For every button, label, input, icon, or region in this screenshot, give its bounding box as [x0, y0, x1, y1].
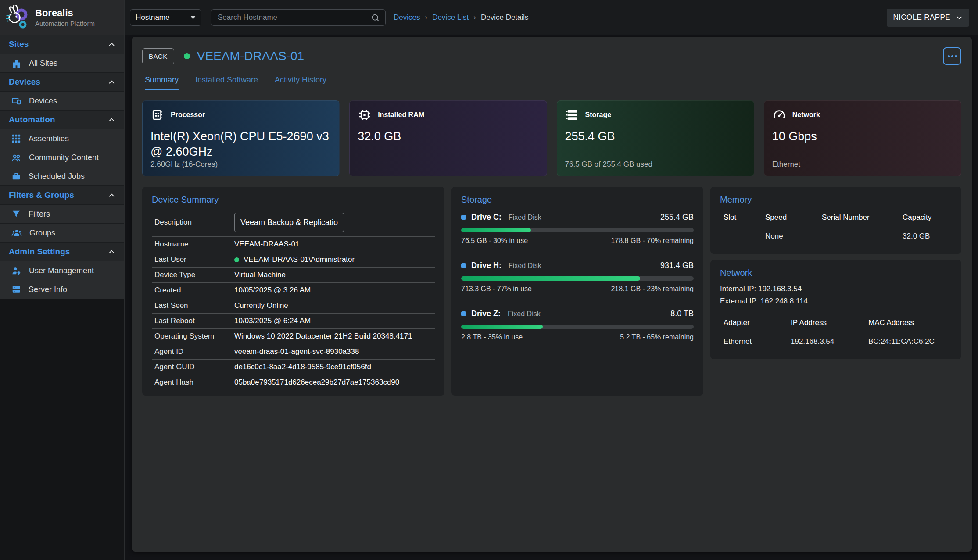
drive-name: Drive C:: [471, 213, 502, 222]
panel-title: Memory: [720, 195, 952, 205]
drive-row-h: Drive H: Fixed Disk 931.4 GB 713.3 GB - …: [461, 253, 694, 293]
summary-row-agent-id: Agent ID veeam-draas-01-agent-svc-8930a3…: [152, 344, 435, 360]
sidebar-item-filters[interactable]: Filters: [0, 205, 124, 224]
nav-section-label: Sites: [9, 39, 29, 49]
network-header-ip: IP Address: [787, 318, 865, 327]
panel-title: Storage: [461, 195, 694, 205]
nav-section-label: Automation: [9, 115, 55, 125]
drive-used: 76.5 GB - 30% in use: [461, 237, 528, 245]
back-button[interactable]: BACK: [142, 48, 174, 64]
chevron-up-icon: [108, 192, 115, 199]
stat-card-value: 10 Gbps: [772, 129, 953, 144]
breadcrumb-device-list[interactable]: Device List: [432, 13, 469, 22]
sidebar-item-label: Filters: [29, 210, 50, 219]
memory-serial: [818, 232, 899, 241]
memory-slot: [720, 232, 762, 241]
logo-subtitle: Automation Platform: [35, 20, 95, 27]
breadcrumb-devices[interactable]: Devices: [394, 13, 420, 22]
sidebar-item-label: Scheduled Jobs: [29, 172, 85, 181]
stat-card-installed-ram: Installed RAM 32.0 GB: [349, 100, 547, 176]
summary-label: Description: [154, 218, 234, 227]
summary-row-device-type: Device Type Virtual Machine: [152, 268, 435, 283]
summary-row-operating-system: Operating System Windows 10 2022 Datacen…: [152, 329, 435, 344]
nav-section-admin-settings[interactable]: Admin Settings: [0, 243, 124, 261]
summary-row-agent-guid: Agent GUID de16c0c1-8aa2-4d18-9585-9ce91…: [152, 360, 435, 375]
summary-label: Last Seen: [154, 301, 234, 310]
building-icon: [11, 58, 21, 68]
sidebar-item-scheduled-jobs[interactable]: Scheduled Jobs: [0, 167, 124, 186]
device-details-card: BACK VEEAM-DRAAS-01 Summary Installed So…: [132, 37, 972, 552]
sidebar-item-label: Community Content: [29, 153, 99, 162]
memory-table-header: Slot Speed Serial Number Capacity: [720, 208, 952, 227]
tab-activity-history[interactable]: Activity History: [275, 75, 326, 90]
sidebar-item-devices[interactable]: Devices: [0, 92, 124, 111]
stat-card-value: 32.0 GB: [358, 129, 538, 144]
logo: Borealis Automation Platform: [0, 0, 124, 35]
drive-bullet-icon: [461, 263, 466, 268]
chevron-up-icon: [108, 116, 115, 124]
stat-card-row: Processor Intel(R) Xeon(R) CPU E5-2690 v…: [142, 100, 961, 176]
sidebar-item-label: Groups: [29, 228, 55, 238]
memory-speed: None: [762, 232, 818, 241]
sidebar-item-groups[interactable]: Groups: [0, 224, 124, 243]
summary-row-last-user: Last User VEEAM-DRAAS-01\Administrator: [152, 252, 435, 268]
borealis-rabbit-logo-icon: [5, 5, 31, 30]
drive-type: Fixed Disk: [509, 262, 541, 270]
summary-label: Created: [154, 286, 234, 295]
stat-card-network: Network 10 Gbps Ethernet: [764, 100, 961, 176]
drive-used: 2.8 TB - 35% in use: [461, 333, 523, 341]
description-input[interactable]: [234, 213, 344, 232]
sidebar-item-label: User Management: [29, 266, 94, 275]
sidebar-item-label: All Sites: [29, 59, 57, 68]
sidebar-nav: Sites All Sites Devices Devices Automati…: [0, 35, 124, 299]
search-icon: [371, 13, 380, 22]
caret-down-icon: [190, 16, 196, 19]
search-box[interactable]: [211, 9, 386, 26]
topbar: Hostname Devices › Device List › Device …: [125, 0, 978, 35]
tab-summary[interactable]: Summary: [145, 75, 179, 90]
nav-section-devices[interactable]: Devices: [0, 73, 124, 92]
summary-value: veeam-draas-01-agent-svc-8930a338: [234, 347, 359, 356]
network-adapter: Ethernet: [720, 337, 787, 346]
ellipsis-icon: [948, 55, 950, 57]
hostname-filter-select[interactable]: Hostname: [130, 9, 201, 26]
drive-usage-bar: [461, 276, 694, 281]
search-input[interactable]: [217, 13, 371, 22]
sidebar-item-all-sites[interactable]: All Sites: [0, 54, 124, 73]
summary-label: Hostname: [154, 240, 234, 249]
drive-bullet-icon: [461, 311, 466, 316]
device-name: VEEAM-DRAAS-01: [197, 49, 304, 63]
breadcrumb-separator: ›: [425, 13, 427, 22]
drives-icon: [565, 108, 579, 122]
drive-row-z: Drive Z: Fixed Disk 8.0 TB 2.8 TB - 35% …: [461, 301, 694, 341]
drive-usage-bar-fill: [461, 325, 543, 329]
nav-section-sites[interactable]: Sites: [0, 35, 124, 54]
logo-text: Borealis Automation Platform: [35, 8, 95, 27]
nav-section-filters-groups[interactable]: Filters & Groups: [0, 186, 124, 205]
breadcrumb-current: Device Details: [481, 13, 529, 22]
cpu-icon: [150, 108, 165, 122]
briefcase-icon: [11, 171, 21, 181]
breadcrumb-separator: ›: [473, 13, 476, 22]
online-status-dot: [184, 53, 190, 59]
sidebar-item-user-management[interactable]: User Management: [0, 261, 124, 280]
sidebar-item-assemblies[interactable]: Assemblies: [0, 129, 124, 148]
tab-installed-software[interactable]: Installed Software: [195, 75, 258, 90]
sidebar-item-community-content[interactable]: Community Content: [0, 148, 124, 167]
more-actions-button[interactable]: [943, 47, 961, 65]
chevron-up-icon: [108, 41, 115, 48]
device-summary-panel: Device Summary Description Hostname VEEA…: [142, 187, 444, 396]
chevron-up-icon: [108, 248, 115, 256]
sidebar-item-label: Server Info: [29, 285, 67, 294]
funnel-icon: [11, 209, 21, 219]
user-menu[interactable]: NICOLE RAPPE: [887, 9, 969, 27]
drive-row-c: Drive C: Fixed Disk 255.4 GB 76.5 GB - 3…: [461, 213, 694, 245]
summary-row-agent-hash: Agent Hash 05ba0e7935171d626ecea29b27d7a…: [152, 375, 435, 390]
nav-section-automation[interactable]: Automation: [0, 111, 124, 129]
sidebar: Borealis Automation Platform Sites All S…: [0, 0, 125, 560]
drive-name: Drive H:: [471, 261, 502, 270]
summary-label: Agent GUID: [154, 363, 234, 371]
nav-section-label: Devices: [9, 77, 40, 87]
sidebar-item-server-info[interactable]: Server Info: [0, 280, 124, 299]
drive-remaining: 5.2 TB - 65% remaining: [620, 333, 694, 341]
